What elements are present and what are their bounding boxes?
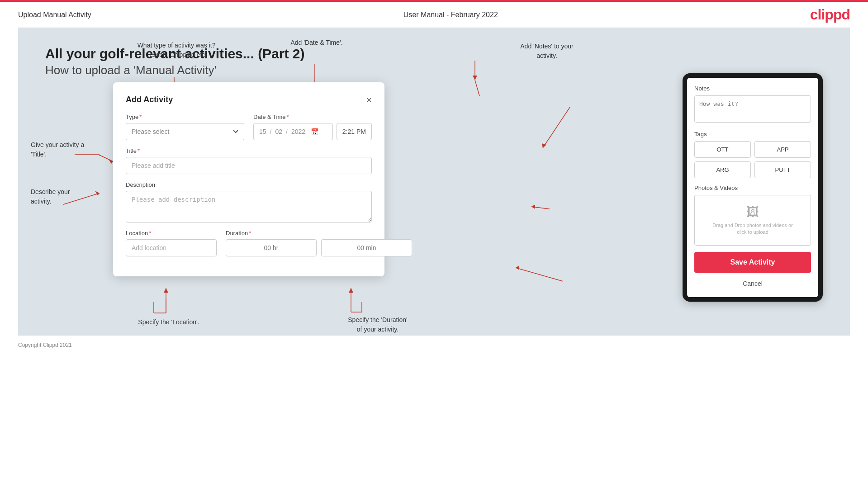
manual-subtitle: User Manual - February 2022 bbox=[403, 11, 498, 19]
notes-section-label: Notes bbox=[694, 85, 811, 92]
main-content: All your golf-relevant activities... (Pa… bbox=[18, 28, 850, 336]
svg-line-22 bbox=[475, 80, 479, 96]
annotation-title: Give your activity a 'Title'. bbox=[31, 140, 90, 159]
location-input[interactable] bbox=[126, 239, 217, 256]
svg-line-7 bbox=[99, 155, 113, 161]
svg-marker-8 bbox=[109, 159, 113, 164]
upload-icon: 🖼 bbox=[704, 204, 802, 219]
type-datetime-row: Type* Please select Date & Time* 15 / 02… bbox=[126, 114, 372, 140]
title-input[interactable] bbox=[126, 157, 372, 174]
tag-app[interactable]: APP bbox=[754, 141, 811, 158]
tag-putt[interactable]: PUTT bbox=[754, 161, 811, 178]
desc-label: Description bbox=[126, 181, 372, 188]
accent-bar bbox=[0, 0, 868, 2]
title-label: Title* bbox=[126, 147, 372, 154]
page-title-header: Upload Manual Activity bbox=[18, 11, 91, 19]
type-label: Type* bbox=[126, 114, 244, 120]
top-bar: Upload Manual Activity User Manual - Feb… bbox=[0, 0, 868, 28]
duration-label: Duration* bbox=[226, 230, 412, 237]
svg-marker-13 bbox=[164, 288, 168, 293]
svg-marker-26 bbox=[531, 204, 535, 209]
duration-inputs bbox=[226, 239, 412, 256]
svg-marker-10 bbox=[95, 191, 100, 195]
duration-min-input[interactable] bbox=[321, 239, 412, 256]
modal-close-button[interactable]: × bbox=[366, 95, 372, 104]
duration-group: Duration* bbox=[226, 230, 412, 256]
phone-frame: Notes Tags OTT APP ARG PUTT Photos & Vid… bbox=[683, 73, 823, 302]
footer: Copyright Clippd 2021 bbox=[0, 336, 868, 355]
annotation-location: Specify the 'Location'. bbox=[130, 317, 207, 327]
save-activity-button[interactable]: Save Activity bbox=[694, 252, 811, 273]
svg-marker-28 bbox=[516, 265, 519, 270]
annotation-describe: Describe your activity. bbox=[31, 187, 90, 206]
duration-hr-input[interactable] bbox=[226, 239, 317, 256]
add-activity-modal: Add Activity × Type* Please select Date … bbox=[113, 82, 384, 276]
photos-section-label: Photos & Videos bbox=[694, 185, 811, 191]
cancel-button[interactable]: Cancel bbox=[694, 277, 811, 290]
upload-area[interactable]: 🖼 Drag and Drop photos and videos or cli… bbox=[694, 195, 811, 246]
svg-line-23 bbox=[543, 107, 570, 148]
notes-textarea[interactable] bbox=[694, 95, 811, 123]
annotation-date-time: Add 'Date & Time'. bbox=[271, 38, 362, 47]
location-duration-row: Location* Duration* bbox=[126, 230, 372, 256]
svg-marker-17 bbox=[349, 288, 353, 293]
upload-text: Drag and Drop photos and videos or click… bbox=[704, 222, 802, 236]
annotation-activity-type: What type of activity was it? Lesson, Ch… bbox=[122, 41, 231, 60]
svg-marker-24 bbox=[542, 143, 546, 148]
time-input[interactable]: 2:21 PM bbox=[337, 123, 372, 140]
svg-line-27 bbox=[516, 268, 563, 281]
annotation-duration: Specify the 'Duration' of your activity. bbox=[326, 315, 430, 334]
clippd-logo: clippd bbox=[810, 6, 850, 23]
location-label: Location* bbox=[126, 230, 217, 237]
desc-textarea[interactable] bbox=[126, 191, 372, 223]
title-group: Title* bbox=[126, 147, 372, 174]
copyright-text: Copyright Clippd 2021 bbox=[18, 342, 72, 348]
svg-line-25 bbox=[531, 207, 550, 209]
tag-arg[interactable]: ARG bbox=[694, 161, 751, 178]
modal-title: Add Activity bbox=[126, 95, 173, 104]
datetime-label: Date & Time* bbox=[253, 114, 372, 120]
date-input[interactable]: 15 / 02 / 2022 📅 bbox=[253, 123, 333, 140]
tag-ott[interactable]: OTT bbox=[694, 141, 751, 158]
modal-header: Add Activity × bbox=[126, 95, 372, 104]
location-group: Location* bbox=[126, 230, 217, 256]
annotation-notes: Add 'Notes' to your activity. bbox=[502, 42, 592, 61]
datetime-group: Date & Time* 15 / 02 / 2022 📅 2:21 PM bbox=[253, 114, 372, 140]
description-group: Description bbox=[126, 181, 372, 223]
tags-section-label: Tags bbox=[694, 131, 811, 137]
type-group: Type* Please select bbox=[126, 114, 244, 140]
type-select[interactable]: Please select bbox=[126, 123, 244, 140]
tags-grid: OTT APP ARG PUTT bbox=[694, 141, 811, 178]
